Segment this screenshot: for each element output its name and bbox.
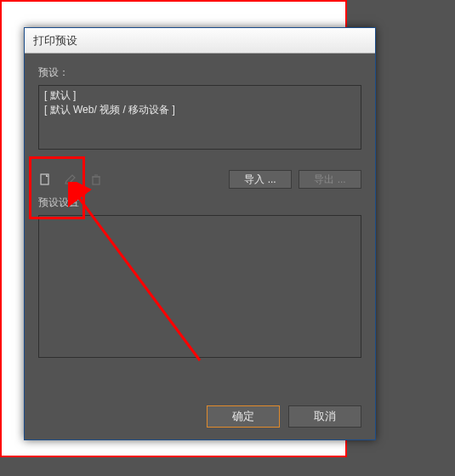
import-label: 导入 ... [244,173,276,187]
delete-preset-button[interactable] [89,173,103,186]
import-button[interactable]: 导入 ... [229,170,292,189]
presets-label: 预设： [38,65,361,80]
preset-settings-label: 预设设置： [38,196,361,210]
cancel-button[interactable]: 取消 [288,405,361,428]
dialog-body: 预设： [ 默认 ] [ 默认 Web/ 视频 / 移动设备 ] 导入 ... … [25,54,375,368]
presets-listbox[interactable]: [ 默认 ] [ 默认 Web/ 视频 / 移动设备 ] [38,85,361,150]
cancel-label: 取消 [314,409,336,424]
edit-preset-button[interactable] [64,173,77,186]
trash-icon [89,173,103,186]
ok-label: 确定 [232,409,254,424]
dialog-title: 打印预设 [33,33,77,48]
pencil-icon [64,173,77,186]
export-label: 导出 ... [314,173,345,187]
export-button: 导出 ... [299,170,361,189]
preset-toolbar: 导入 ... 导出 ... [38,170,361,189]
dialog-titlebar: 打印预设 [25,28,375,54]
svg-rect-1 [93,177,100,184]
list-item[interactable]: [ 默认 Web/ 视频 / 移动设备 ] [44,103,355,117]
new-preset-button[interactable] [38,173,52,186]
ok-button[interactable]: 确定 [207,405,280,428]
preset-settings-box [38,215,361,358]
dialog-footer: 确定 取消 [198,405,361,428]
list-item[interactable]: [ 默认 ] [44,88,355,103]
new-page-icon [38,173,52,186]
print-presets-dialog: 打印预设 预设： [ 默认 ] [ 默认 Web/ 视频 / 移动设备 ] 导入… [24,27,376,440]
